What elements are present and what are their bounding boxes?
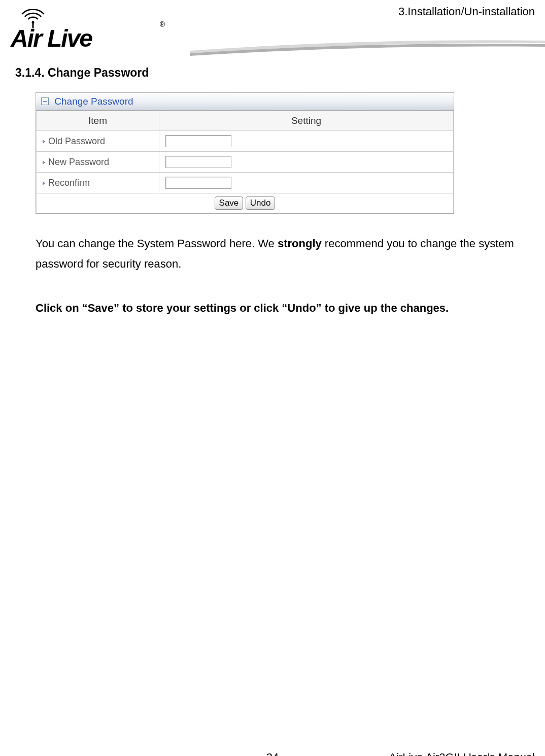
collapse-toggle-icon[interactable] [41,97,49,105]
change-password-panel: Change Password Item Setting Old Passwor… [36,92,454,214]
undo-button[interactable]: Undo [246,196,276,210]
p1-emphasis: strongly [278,237,322,250]
reconfirm-password-field[interactable] [165,177,231,189]
paragraph-2: Click on “Save” to store your settings o… [36,298,532,318]
panel-title-text: Change Password [54,96,133,107]
column-header-setting: Setting [159,111,454,131]
paragraph-1: You can change the System Password here.… [36,234,532,274]
save-button[interactable]: Save [215,196,244,210]
column-header-item: Item [37,111,159,131]
table-row: New Password [37,152,454,173]
new-password-field[interactable] [165,156,231,168]
panel-titlebar: Change Password [36,93,454,111]
triangle-bullet-icon [43,181,45,185]
triangle-bullet-icon [43,140,45,144]
decorative-swoosh [190,36,545,56]
chapter-reference: 3.Installation/Un-installation [398,5,535,18]
section-heading: 3.1.4. Change Password [15,66,149,80]
brand-logo-text: Air Live [11,24,92,52]
page-number: 34 [266,751,279,756]
button-row: Save Undo [36,193,454,213]
row-label: New Password [48,157,109,167]
row-label: Reconfirm [48,178,90,188]
row-label: Old Password [48,136,105,146]
p1-part-a: You can change the System Password here.… [36,237,278,250]
manual-title: AirLive Air3GII User’s Manual [389,751,535,756]
table-header-row: Item Setting [37,111,454,131]
table-row: Reconfirm [37,173,454,193]
registered-mark-icon: ® [160,20,165,28]
svg-point-0 [32,21,35,24]
old-password-field[interactable] [165,135,231,147]
triangle-bullet-icon [43,160,45,165]
brand-logo: Air Live ® [8,5,160,51]
table-row: Old Password [37,131,454,152]
